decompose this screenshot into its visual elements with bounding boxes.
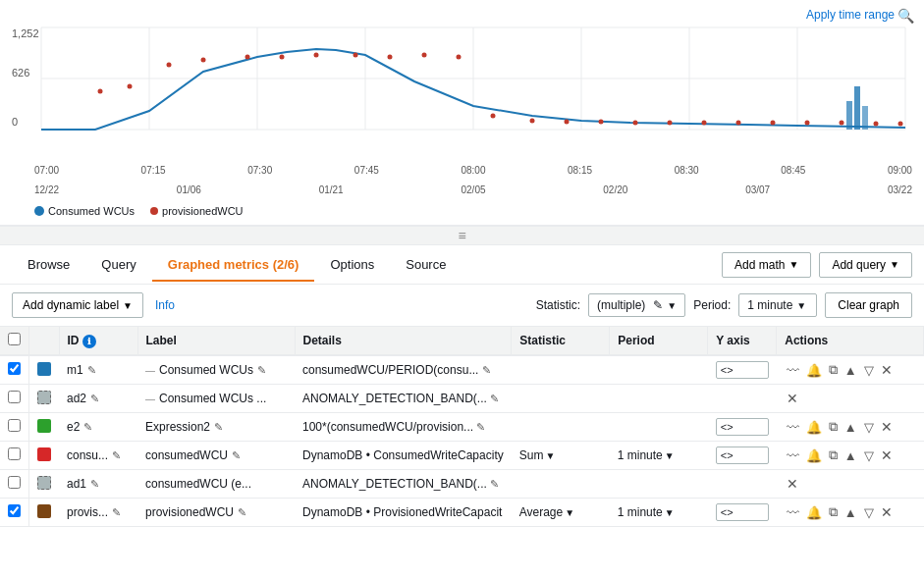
- add-dynamic-label-button[interactable]: Add dynamic label ▼: [12, 292, 143, 318]
- tab-options[interactable]: Options: [314, 249, 390, 282]
- add-query-button[interactable]: Add query ▼: [819, 252, 912, 278]
- color-swatch-ad1[interactable]: [37, 476, 51, 490]
- action-remove-m1[interactable]: ✕: [879, 361, 895, 379]
- yaxis-toggle-provis[interactable]: < >: [716, 503, 769, 521]
- color-swatch-e2[interactable]: [37, 419, 51, 433]
- action-remove-consu[interactable]: ✕: [879, 447, 895, 464]
- color-swatch-ad2[interactable]: [37, 391, 51, 404]
- statistic-edit-icon: ✎: [653, 298, 663, 312]
- action-alert-e2[interactable]: 🔔: [804, 419, 824, 436]
- checkbox-e2[interactable]: [8, 419, 21, 432]
- checkbox-ad1[interactable]: [8, 476, 21, 489]
- period-select[interactable]: 1 minute ▼: [738, 293, 817, 317]
- edit-id-m1[interactable]: ✎: [87, 364, 96, 377]
- action-remove-e2[interactable]: ✕: [879, 418, 895, 436]
- info-link[interactable]: Info: [155, 298, 175, 312]
- checkbox-ad2[interactable]: [8, 391, 21, 403]
- table-row: m1 ✎ — Consumed WCUs ✎ consumedWCU/PERIO…: [0, 355, 924, 385]
- zoom-icon[interactable]: 🔍: [897, 8, 914, 24]
- action-anomaly-provis[interactable]: 〰: [785, 504, 801, 521]
- details-link-ad2[interactable]: ✎: [490, 393, 499, 404]
- checkbox-m1[interactable]: [8, 362, 21, 375]
- edit-label-m1[interactable]: ✎: [257, 364, 266, 377]
- yaxis-toggle-e2[interactable]: < >: [716, 418, 769, 436]
- td-details-ad1: ANOMALY_DETECTION_BAND(... ✎: [295, 470, 512, 499]
- action-down-e2[interactable]: ▽: [862, 419, 876, 436]
- td-checkbox-e2: [0, 413, 29, 442]
- id-info-icon[interactable]: ℹ: [82, 335, 96, 348]
- legend-consumed-wcus-label: Consumed WCUs: [48, 205, 135, 217]
- action-remove-ad2[interactable]: ✕: [785, 390, 800, 407]
- details-link-ad1[interactable]: ✎: [490, 478, 499, 490]
- add-math-label: Add math: [734, 258, 785, 272]
- action-remove-provis[interactable]: ✕: [879, 503, 895, 521]
- action-up-e2[interactable]: ▲: [842, 419, 859, 436]
- add-math-button[interactable]: Add math ▼: [722, 252, 811, 278]
- tab-graphed-metrics[interactable]: Graphed metrics (2/6): [152, 249, 315, 282]
- chart-resize-handle[interactable]: ≡: [0, 226, 924, 245]
- action-copy-m1[interactable]: ⧉: [827, 361, 840, 379]
- id-value-consu: consu...: [67, 448, 108, 462]
- action-anomaly-m1[interactable]: 〰: [785, 362, 801, 379]
- x-axis-dates: 12/22 01/06 01/21 02/05 02/20 03/07 03/2…: [34, 184, 912, 195]
- select-all-checkbox[interactable]: [8, 333, 21, 345]
- svg-point-32: [805, 121, 810, 126]
- period-dropdown-provis[interactable]: 1 minute ▼: [618, 505, 700, 519]
- edit-id-e2[interactable]: ✎: [83, 421, 92, 434]
- id-value-ad2: ad2: [67, 392, 86, 405]
- svg-point-31: [771, 121, 776, 126]
- action-anomaly-e2[interactable]: 〰: [785, 419, 801, 436]
- action-remove-ad1[interactable]: ✕: [785, 475, 800, 493]
- action-copy-consu[interactable]: ⧉: [827, 447, 840, 464]
- svg-point-26: [599, 120, 604, 125]
- tab-source[interactable]: Source: [390, 249, 462, 282]
- checkbox-consu[interactable]: [8, 447, 21, 460]
- edit-label-provis[interactable]: ✎: [238, 506, 246, 519]
- action-alert-provis[interactable]: 🔔: [804, 504, 824, 521]
- clear-graph-button[interactable]: Clear graph: [825, 292, 912, 318]
- apply-time-range-link[interactable]: Apply time range: [806, 8, 895, 22]
- table-body: m1 ✎ — Consumed WCUs ✎ consumedWCU/PERIO…: [0, 355, 924, 527]
- action-alert-m1[interactable]: 🔔: [804, 362, 824, 379]
- details-link-e2[interactable]: ✎: [476, 421, 485, 433]
- y-label-0: 0: [12, 116, 18, 128]
- color-swatch-provis[interactable]: [37, 504, 51, 518]
- edit-label-consu[interactable]: ✎: [232, 449, 241, 462]
- checkbox-provis[interactable]: [8, 504, 21, 517]
- action-up-consu[interactable]: ▲: [842, 447, 859, 464]
- yaxis-toggle-m1[interactable]: < >: [716, 361, 769, 379]
- edit-id-provis[interactable]: ✎: [112, 506, 121, 519]
- color-swatch-m1[interactable]: [37, 362, 51, 376]
- tab-browse[interactable]: Browse: [12, 249, 85, 282]
- statistic-dropdown-provis[interactable]: Average ▼: [519, 505, 602, 519]
- action-alert-consu[interactable]: 🔔: [804, 447, 824, 464]
- tab-query[interactable]: Query: [85, 249, 151, 282]
- action-copy-e2[interactable]: ⧉: [827, 418, 840, 436]
- th-id: ID ℹ: [59, 327, 137, 355]
- period-dropdown-consu[interactable]: 1 minute ▼: [618, 448, 700, 462]
- edit-id-ad2[interactable]: ✎: [90, 393, 99, 405]
- edit-label-e2[interactable]: ✎: [214, 421, 223, 434]
- svg-point-23: [491, 114, 496, 119]
- action-copy-provis[interactable]: ⧉: [827, 503, 840, 521]
- action-up-m1[interactable]: ▲: [842, 362, 859, 379]
- svg-point-33: [840, 121, 844, 126]
- action-down-provis[interactable]: ▽: [862, 504, 876, 521]
- action-anomaly-consu[interactable]: 〰: [785, 447, 801, 464]
- statistic-select[interactable]: (multiple) ✎ ▼: [588, 293, 685, 317]
- edit-id-ad1[interactable]: ✎: [90, 478, 99, 491]
- yaxis-toggle-consu[interactable]: < >: [716, 447, 769, 464]
- yaxis-right-e2: >: [727, 421, 733, 433]
- details-link-m1[interactable]: ✎: [482, 364, 491, 376]
- statistic-dropdown-consu[interactable]: Sum ▼: [519, 448, 602, 462]
- td-actions-ad2: ✕: [777, 385, 924, 413]
- svg-rect-37: [854, 86, 860, 130]
- td-yaxis-m1: < >: [708, 355, 777, 385]
- edit-id-consu[interactable]: ✎: [112, 449, 121, 462]
- th-label: Label: [137, 327, 295, 355]
- color-swatch-consu[interactable]: [37, 447, 51, 461]
- action-down-consu[interactable]: ▽: [862, 447, 876, 464]
- action-down-m1[interactable]: ▽: [862, 362, 876, 379]
- action-up-provis[interactable]: ▲: [842, 504, 859, 521]
- td-checkbox-ad2: [0, 385, 29, 413]
